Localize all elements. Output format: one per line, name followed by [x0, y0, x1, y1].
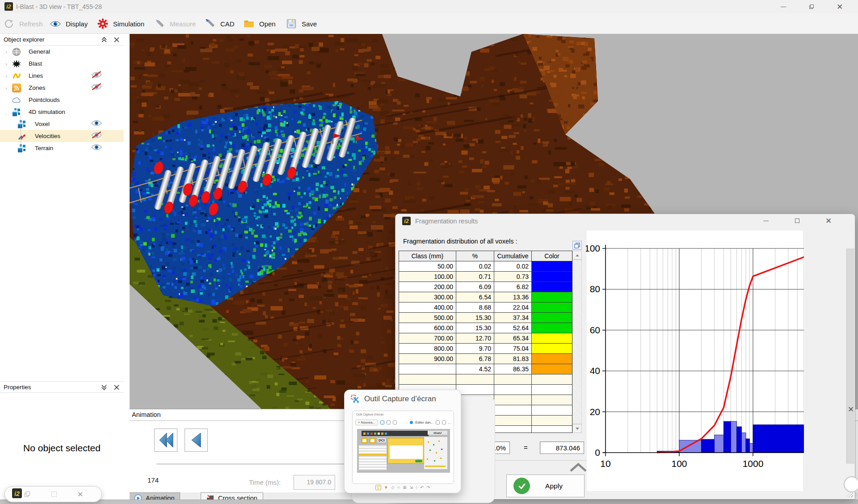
zones-icon: [12, 84, 21, 92]
toolbar-button-display[interactable]: Display: [50, 13, 88, 34]
cell-color-swatch: [532, 333, 572, 344]
double-chevron-up-icon: [101, 36, 108, 43]
expander-collapsed-icon[interactable]: ›: [3, 85, 10, 91]
refresh-icon: [4, 18, 14, 29]
expander-collapsed-icon[interactable]: ›: [3, 73, 10, 79]
eraser-icon[interactable]: ◇: [391, 485, 394, 490]
sidebar-item-lines[interactable]: ›Lines: [0, 70, 124, 82]
scroll-up-button[interactable]: [572, 251, 582, 260]
expander-expanded-icon[interactable]: ˎ: [3, 109, 10, 115]
eye-hidden-icon[interactable]: [91, 71, 103, 80]
column-header-cumulative[interactable]: Cumulative: [494, 251, 532, 261]
apply-button[interactable]: Apply: [506, 475, 585, 497]
snipping-tool-window-thumbnail[interactable]: Outil Capture d’écran + Nouvea... Éditer…: [352, 411, 454, 484]
table-row[interactable]: 300.006.5413.36: [399, 292, 572, 302]
eye-visible-icon[interactable]: [91, 119, 103, 128]
restore-button[interactable]: [801, 0, 822, 13]
toolbar-button-open[interactable]: Open: [244, 13, 276, 34]
close-button[interactable]: ✕: [829, 0, 850, 13]
sidebar-item-pointclouds[interactable]: Pointclouds: [0, 94, 124, 106]
table-row[interactable]: 800.009.7075.04: [399, 344, 572, 354]
snipping-tool-preview[interactable]: Outil Capture d’écran Outil Capture d’éc…: [344, 390, 461, 493]
cell-color-swatch: [532, 302, 572, 313]
column-header--[interactable]: %: [456, 251, 494, 261]
titlebar[interactable]: i2 I-Blast - 3D view - TBT_455-28 ✕: [0, 0, 858, 13]
sidebar-item-label: Lines: [29, 72, 43, 79]
close-icon[interactable]: ✕: [77, 490, 83, 499]
sidebar-item-velocities[interactable]: Velocities: [0, 130, 124, 142]
toolbar-button-save[interactable]: Save: [286, 13, 317, 34]
expander-collapsed-icon[interactable]: ›: [3, 49, 10, 55]
table-row[interactable]: 600.0015.3052.64: [399, 323, 572, 333]
table-scrollbar[interactable]: [572, 251, 582, 433]
mini-new-button: + Nouvea...: [355, 420, 378, 425]
column-header-class-mm-[interactable]: Class (mm): [399, 251, 456, 261]
cell-pct: 6.09: [456, 282, 494, 292]
passing-size-input[interactable]: 873.046: [540, 441, 584, 454]
eye-hidden-icon[interactable]: [91, 131, 103, 140]
expand-icon[interactable]: ⇲: [409, 485, 413, 490]
edge-round-button[interactable]: [844, 476, 858, 492]
table-row[interactable]: 500.0015.3037.34: [399, 313, 572, 323]
copy-table-button[interactable]: [572, 241, 582, 250]
dialog-titlebar[interactable]: i2 Fragmentation results ✕: [395, 214, 855, 228]
collapse-panel-button[interactable]: [569, 462, 588, 475]
properties-close-button[interactable]: [112, 383, 122, 392]
object-explorer-close-button[interactable]: [112, 35, 122, 44]
table-row[interactable]: 4.5286.35: [399, 364, 572, 374]
table-row[interactable]: 200.006.096.82: [399, 282, 572, 292]
cell-cum: 75.04: [494, 344, 532, 354]
dialog-maximize-button[interactable]: [787, 214, 808, 227]
mini-copy-icon: [442, 420, 446, 424]
sidebar-item-terrain[interactable]: Terrain: [0, 142, 124, 154]
sidebar-item-blast[interactable]: ›Blast: [0, 58, 124, 70]
cell-class: 100.00: [399, 272, 456, 282]
sidebar-item-4d-simulation[interactable]: ˎ4D simulation: [0, 106, 124, 118]
crop-icon[interactable]: ⊞: [403, 485, 407, 490]
taskbar-thumbnail-window[interactable]: i2 ✕: [4, 486, 102, 502]
cell-color-swatch: [532, 364, 572, 374]
funnel-selected-icon[interactable]: ▽: [375, 485, 381, 490]
snip-toolbar-icons: ▽ ▼ ◇ ○ ⊞ ⇲ | ↶ ↷: [345, 485, 461, 490]
expander-collapsed-icon[interactable]: ›: [3, 61, 10, 67]
dialog-minimize-button[interactable]: [756, 214, 776, 227]
time-input[interactable]: 19 807.0: [294, 475, 335, 490]
redo-icon[interactable]: ↷: [427, 485, 430, 490]
edge-close-icon[interactable]: ✕: [848, 405, 854, 414]
sidebar-item-general[interactable]: ›General: [0, 46, 124, 58]
screenshot-thumbnail: HiveIJ DCI: [357, 429, 450, 473]
column-header-color[interactable]: Color: [532, 251, 572, 261]
cell-color-swatch: [532, 323, 572, 333]
close-icon: [114, 37, 120, 43]
table-row[interactable]: 400.008.6822.04: [399, 302, 572, 313]
maximize-icon[interactable]: [51, 491, 57, 497]
time-label: Time (ms):: [249, 479, 281, 486]
scroll-down-button[interactable]: [572, 424, 582, 433]
sidebar-item-label: Velocities: [35, 133, 60, 139]
toolbar-button-simulation[interactable]: Simulation: [97, 13, 144, 34]
funnel-icon[interactable]: ▼: [384, 485, 388, 490]
table-row[interactable]: 50.000.020.02: [399, 261, 572, 272]
table-row[interactable]: 900.006.7881.83: [399, 354, 572, 364]
expand-properties-button[interactable]: [99, 383, 109, 392]
docked-panel-edge: [846, 248, 854, 464]
toolbar-button-cad[interactable]: CAD: [205, 13, 235, 34]
cell-class: 600.00: [399, 323, 456, 333]
globe-icon: [12, 47, 21, 56]
collapse-all-button[interactable]: [99, 35, 109, 44]
undo-icon[interactable]: ↶: [420, 485, 424, 490]
table-row[interactable]: 100.000.710.73: [399, 272, 572, 282]
gear-icon: [97, 18, 108, 29]
rewind-to-start-button[interactable]: [154, 428, 177, 452]
eye-hidden-icon[interactable]: [91, 83, 103, 92]
sidebar-item-zones[interactable]: ›Zones: [0, 82, 124, 94]
step-back-button[interactable]: [185, 428, 208, 452]
cad-pencil-icon: [205, 18, 215, 29]
table-row[interactable]: 700.0012.7065.34: [399, 333, 572, 344]
eye-visible-icon[interactable]: [91, 143, 103, 152]
minimize-button[interactable]: [773, 0, 794, 13]
scrollbar-track[interactable]: [572, 260, 582, 424]
sidebar-item-voxel[interactable]: Voxel: [0, 118, 124, 130]
dialog-close-button[interactable]: ✕: [818, 214, 839, 227]
shapes-icon[interactable]: ○: [397, 485, 400, 490]
